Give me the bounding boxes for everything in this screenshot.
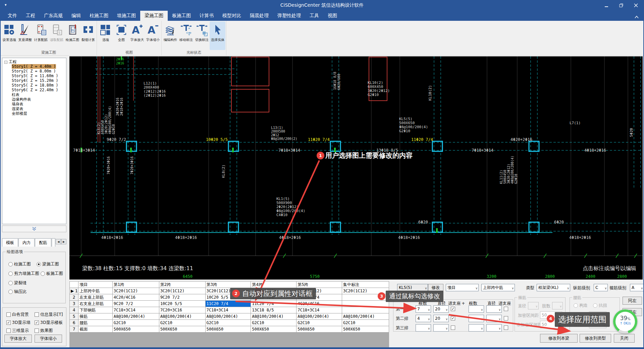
table-cell[interactable]: G2C10 bbox=[205, 320, 251, 326]
radio-icon[interactable] bbox=[8, 290, 13, 294]
menu-item-13[interactable]: 工具 bbox=[305, 11, 323, 21]
restore-button[interactable] bbox=[614, 0, 629, 11]
checkbox-icon[interactable] bbox=[6, 329, 11, 333]
table-cell[interactable]: 500X650 bbox=[205, 326, 251, 333]
check-效果图[interactable]: 效果图 bbox=[35, 328, 53, 334]
checkbox-icon[interactable]: ✓ bbox=[451, 307, 455, 311]
ribbon-button-calc-rebar[interactable]: 计算配筋 bbox=[33, 21, 49, 50]
table-cell[interactable]: 500X650 bbox=[297, 326, 342, 333]
apply-to-type-button[interactable]: 修改到类型 bbox=[580, 334, 611, 343]
table-cell[interactable] bbox=[342, 301, 389, 307]
tree-item-1[interactable]: Story1( Z = 4.40m ) bbox=[2, 64, 66, 69]
menu-item-6[interactable]: 墙施工图 bbox=[113, 11, 140, 21]
long-rebar-grade-combo[interactable]: C bbox=[594, 284, 608, 291]
menu-item-4[interactable]: 编辑 bbox=[67, 11, 85, 21]
table-cell[interactable]: 13C18 8/5 bbox=[251, 307, 297, 313]
tab-内力[interactable]: 内力 bbox=[18, 238, 35, 247]
tree-item-9[interactable]: 墙身表 bbox=[2, 102, 66, 106]
tab-scroll-right-icon[interactable]: ▶ bbox=[61, 239, 66, 244]
table-cell[interactable]: 9C20 7/2 bbox=[112, 301, 159, 307]
beam-type-combo[interactable]: 框架梁(KL) bbox=[537, 284, 570, 291]
table-cell[interactable]: 7C20+3C16 bbox=[159, 307, 205, 313]
tab-scroll-left-icon[interactable]: ◀ bbox=[56, 239, 61, 244]
ribbon-button-support-adjust[interactable]: 支座调整 bbox=[17, 21, 33, 50]
radio-梁施工图[interactable]: 梁施工图 bbox=[37, 261, 59, 267]
dia-combo-2-row3[interactable] bbox=[486, 324, 502, 332]
close-button[interactable]: 关闭 bbox=[614, 334, 635, 343]
checkbox-icon[interactable]: ✓ bbox=[35, 320, 39, 325]
same-as-left-button-1[interactable]: 同左 bbox=[623, 297, 642, 305]
table-cell[interactable]: 7C18+3C14 bbox=[205, 307, 251, 313]
row-number[interactable]: 6 bbox=[70, 320, 78, 326]
table-cell[interactable]: A8@100/200(4) bbox=[205, 313, 251, 320]
item-combo[interactable]: 项目 bbox=[446, 284, 479, 291]
button-字体放大[interactable]: 字体放大 bbox=[4, 335, 32, 343]
tree-item-6[interactable]: Story6( Z = 22.40m ) bbox=[2, 88, 66, 92]
checkbox-icon[interactable] bbox=[451, 326, 455, 330]
table-cell[interactable]: 500X650 bbox=[159, 326, 205, 333]
table-cell[interactable]: G2C10 bbox=[112, 320, 159, 326]
tree-item-3[interactable]: Story3( Z = 11.60m ) bbox=[2, 73, 66, 78]
close-button[interactable] bbox=[629, 0, 643, 11]
ribbon-button-move-label[interactable]: 移动标注 bbox=[178, 21, 194, 50]
num-combo-1-row2[interactable]: 4 bbox=[416, 315, 431, 322]
checkbox-icon[interactable] bbox=[35, 329, 39, 333]
dia-combo-1-row1[interactable]: 20 bbox=[433, 305, 449, 313]
table-cell[interactable]: 箍筋 bbox=[78, 313, 112, 320]
tree-item-7[interactable]: 柱表 bbox=[2, 92, 66, 97]
modify-button[interactable]: 修改 bbox=[428, 284, 443, 291]
checkbox-icon[interactable]: ✓ bbox=[451, 316, 455, 320]
row-number[interactable]: 7 bbox=[70, 326, 78, 333]
menu-item-7[interactable]: 梁施工图 bbox=[140, 11, 168, 21]
tab-模板[interactable]: 模板 bbox=[2, 238, 18, 247]
num-combo-2-row2[interactable] bbox=[469, 315, 484, 322]
stirrup-legs-combo[interactable] bbox=[552, 302, 563, 309]
row-number[interactable]: 5 bbox=[70, 313, 78, 320]
speed-gauge[interactable]: 39%↑ 0K/s bbox=[613, 309, 637, 334]
radio-构造[interactable]: 构造 bbox=[574, 303, 588, 308]
row-number[interactable]: 3 bbox=[70, 301, 78, 307]
menu-item-12[interactable]: 弹塑性处理 bbox=[273, 11, 305, 21]
menu-item-10[interactable]: 模型对比 bbox=[218, 11, 246, 21]
table-cell[interactable]: 截面 bbox=[78, 326, 112, 333]
table-cell[interactable]: 9C20 7/2 bbox=[159, 294, 205, 301]
table-cell[interactable]: 11C20 7/4 bbox=[251, 301, 297, 307]
ribbon-button-draw-sheet[interactable]: KL绘施工图 bbox=[64, 21, 80, 50]
table-cell[interactable]: 11C20 7/4 bbox=[205, 301, 251, 307]
tree-collapse-bar[interactable] bbox=[2, 226, 66, 232]
menu-item-2[interactable]: 工程 bbox=[21, 11, 40, 21]
table-cell[interactable]: 500X650 bbox=[112, 326, 159, 333]
menu-item-9[interactable]: 计算书 bbox=[195, 11, 218, 21]
num-combo-1-row3[interactable] bbox=[416, 324, 431, 332]
table-cell[interactable]: A8@100/200(4) bbox=[297, 313, 342, 320]
table-cell[interactable]: 腰筋 bbox=[78, 320, 112, 326]
menu-item-5[interactable]: 柱施工图 bbox=[85, 11, 113, 21]
table-cell[interactable]: 500X650 bbox=[342, 326, 389, 333]
dia-combo-1-row3[interactable] bbox=[433, 324, 449, 332]
ribbon-button-font-plus[interactable]: A字体放大 bbox=[129, 21, 145, 50]
table-cell[interactable]: 4C20/4C16 bbox=[297, 301, 342, 307]
tab-配筋[interactable]: 配筋 bbox=[35, 238, 51, 247]
table-cell[interactable]: A8@100/200(4) bbox=[159, 313, 205, 320]
checkbox-icon[interactable]: ✓ bbox=[6, 320, 11, 325]
menu-item-14[interactable]: 视图 bbox=[323, 11, 341, 21]
tree-root[interactable]: -工程 bbox=[2, 59, 66, 64]
table-cell[interactable]: 500X650 bbox=[251, 326, 297, 333]
apply-to-beam-button[interactable]: 修改到本梁 bbox=[540, 334, 578, 343]
menu-item-8[interactable]: 板施工图 bbox=[168, 11, 195, 21]
ribbon-button-crack-calc[interactable]: 裂缝计算 bbox=[80, 21, 96, 50]
tree-item-10[interactable]: 连梁表 bbox=[2, 106, 66, 111]
button-字体缩小[interactable]: 字体缩小 bbox=[35, 335, 62, 343]
table-cell[interactable]: 左支座上部筋 bbox=[78, 294, 112, 301]
ribbon-button-read-rebar[interactable]: 5读取配筋 bbox=[49, 21, 64, 50]
checkbox-icon[interactable] bbox=[504, 316, 508, 320]
tree-item-11[interactable]: 全部楼层 bbox=[2, 111, 66, 116]
menu-item-11[interactable]: 隔震处理 bbox=[246, 11, 273, 21]
table-cell[interactable]: 右支座上部筋 bbox=[78, 301, 112, 307]
minimize-button[interactable] bbox=[599, 0, 614, 11]
tab-partial[interactable] bbox=[52, 238, 56, 247]
table-cell[interactable]: A8@100/200(4) bbox=[112, 313, 159, 320]
stirrup-grade-combo[interactable]: A bbox=[630, 284, 644, 291]
checkbox-icon[interactable] bbox=[35, 312, 39, 317]
beam-select-combo[interactable]: KL5(5) bbox=[397, 284, 428, 291]
